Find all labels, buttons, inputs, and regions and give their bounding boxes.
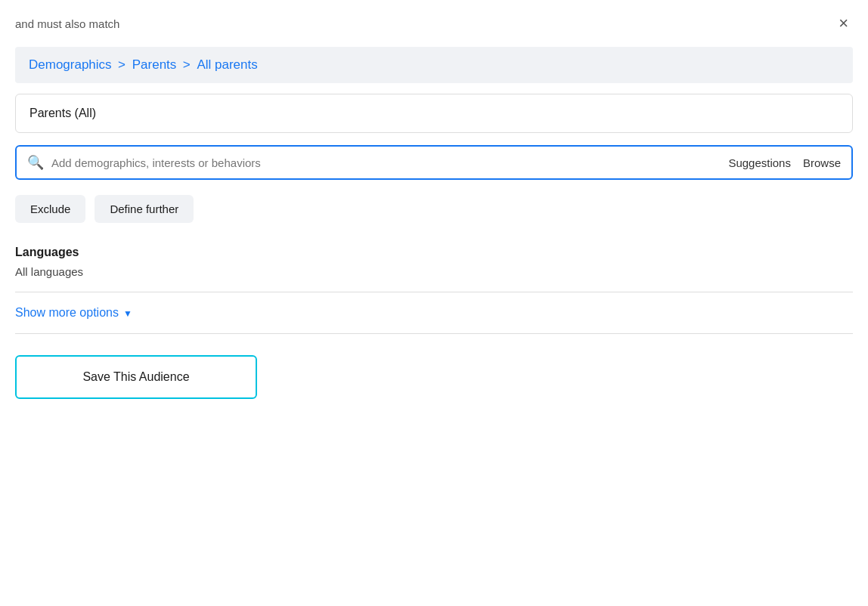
- suggestions-button[interactable]: Suggestions: [728, 156, 791, 169]
- languages-value: All languages: [15, 265, 853, 278]
- divider-1: [15, 292, 853, 292]
- search-input[interactable]: [51, 156, 721, 169]
- languages-section: Languages All languages: [15, 246, 853, 278]
- breadcrumb-bar: Demographics > Parents > All parents: [15, 47, 853, 83]
- search-icon: 🔍: [27, 154, 44, 171]
- modal-container: and must also match × Demographics > Par…: [0, 0, 868, 606]
- breadcrumb-all-parents[interactable]: All parents: [197, 57, 257, 72]
- show-more-options-button[interactable]: Show more options ▼: [15, 306, 132, 320]
- breadcrumb-parents[interactable]: Parents: [132, 57, 177, 72]
- header-title: and must also match: [15, 17, 119, 30]
- browse-button[interactable]: Browse: [803, 156, 841, 169]
- search-box-wrapper: 🔍 Suggestions Browse: [15, 145, 853, 180]
- breadcrumb-sep-2: >: [183, 57, 194, 72]
- search-actions: Suggestions Browse: [728, 156, 841, 169]
- selected-tag-label: Parents (All): [29, 107, 96, 119]
- define-further-button[interactable]: Define further: [95, 195, 194, 223]
- breadcrumb-demographics[interactable]: Demographics: [29, 57, 112, 72]
- selected-tag-box: Parents (All): [15, 94, 853, 133]
- divider-2: [15, 333, 853, 334]
- chevron-down-icon: ▼: [123, 308, 132, 319]
- close-button[interactable]: ×: [834, 14, 853, 33]
- breadcrumb-sep-1: >: [118, 57, 129, 72]
- header-row: and must also match ×: [15, 14, 853, 33]
- show-more-label: Show more options: [15, 306, 119, 320]
- button-row: Exclude Define further: [15, 195, 853, 223]
- exclude-button[interactable]: Exclude: [15, 195, 85, 223]
- languages-label: Languages: [15, 246, 853, 259]
- save-audience-button[interactable]: Save This Audience: [15, 355, 257, 399]
